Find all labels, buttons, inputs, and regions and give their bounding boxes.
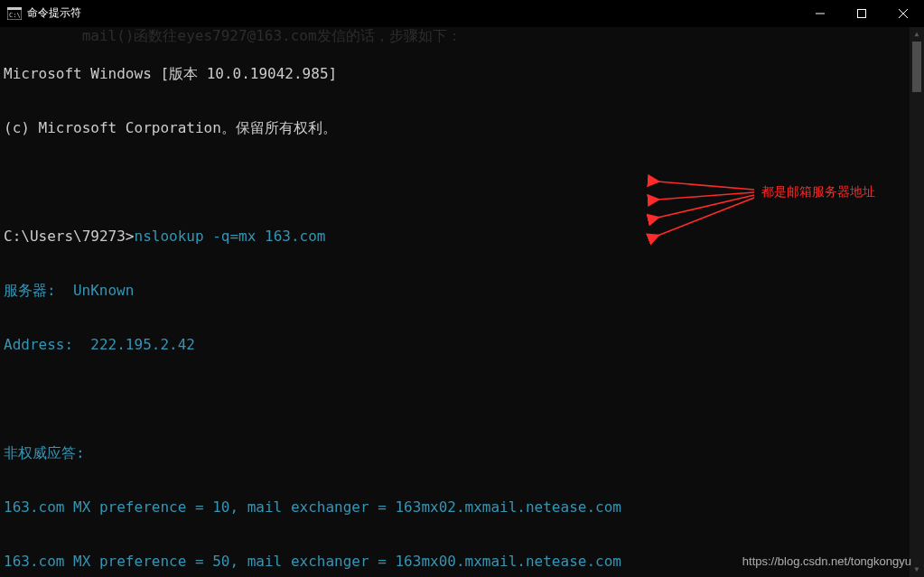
output-line [4, 390, 920, 408]
cmd-icon: C:\ [7, 6, 22, 21]
minimize-button[interactable] [799, 0, 841, 27]
output-line: Microsoft Windows [版本 10.0.19042.985] [4, 65, 920, 83]
mx-line: 163.com MX preference = 10, mail exchang… [4, 498, 920, 517]
output-line: 服务器: UnKnown [4, 282, 920, 300]
window-title: 命令提示符 [27, 5, 81, 21]
annotation-label: 都是邮箱服务器地址 [761, 184, 875, 200]
terminal-content[interactable]: Microsoft Windows [版本 10.0.19042.985] (c… [0, 27, 924, 577]
close-button[interactable] [882, 0, 924, 27]
window-controls [799, 0, 924, 27]
typed-command: nslookup -q=mx 163.com [135, 228, 326, 245]
prompt-line: C:\Users\79273>nslookup -q=mx 163.com [4, 228, 920, 246]
scrollbar[interactable]: ▲ ▼ [910, 27, 924, 577]
scroll-thumb[interactable] [912, 42, 921, 92]
titlebar[interactable]: C:\ 命令提示符 [0, 0, 924, 27]
maximize-button[interactable] [841, 0, 882, 27]
scroll-up-icon[interactable]: ▲ [910, 27, 924, 42]
output-line: 非权威应答: [4, 444, 920, 462]
terminal-window: C:\ 命令提示符 mail()函数往eyes7927@163.com发信的话，… [0, 0, 924, 577]
output-line: Address: 222.195.2.42 [4, 336, 920, 354]
watermark: https://blog.csdn.net/tongkongyu [742, 554, 911, 568]
svg-text:C:\: C:\ [9, 12, 21, 19]
svg-rect-1 [7, 7, 22, 10]
svg-rect-4 [858, 10, 866, 18]
scroll-down-icon[interactable]: ▼ [910, 563, 924, 577]
prompt-path: C:\Users\79273> [4, 228, 135, 245]
output-line: (c) Microsoft Corporation。保留所有权利。 [4, 119, 920, 137]
